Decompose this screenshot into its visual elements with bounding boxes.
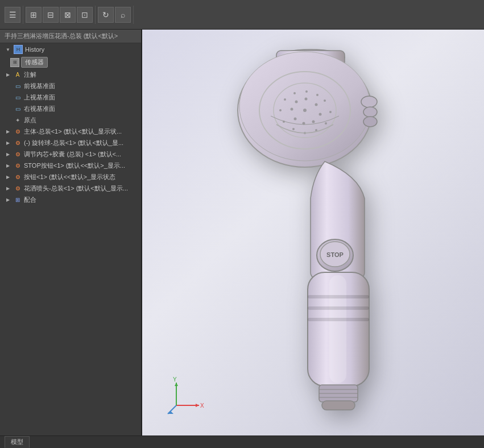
svg-point-18	[329, 111, 332, 113]
3d-viewport[interactable]: STOP X Y	[142, 30, 484, 435]
toolbar-group-view: ⊞ ⊟ ⊠ ⊡	[23, 6, 96, 24]
history-row[interactable]: ▼ H History	[0, 43, 141, 56]
shower-nozzle-arrow: ▶	[5, 185, 11, 192]
stop-btn-arrow: ▶	[5, 162, 11, 169]
svg-marker-46	[196, 404, 199, 407]
origin-spacer	[5, 117, 11, 123]
adjust-core-row[interactable]: ▶ ⚙ 调节内芯+胶囊 (总装) <1> (默认<...	[0, 148, 141, 160]
svg-point-15	[295, 101, 297, 103]
svg-point-11	[312, 121, 315, 123]
front-view-label: 前视基准面	[24, 82, 55, 90]
main-body-icon: ⚙	[13, 127, 22, 136]
bottom-bar: 模型	[0, 435, 484, 448]
mate-arrow: ▶	[5, 196, 11, 203]
adjust-core-icon: ⚙	[13, 150, 22, 159]
rotating-ball-label: (-) 旋转球-总装<1> (默认<默认_显...	[24, 139, 123, 147]
svg-point-14	[290, 108, 293, 111]
mate-icon: ⊞	[13, 195, 22, 204]
toolbar-btn-2[interactable]: ⊟	[43, 7, 59, 23]
sensor-chip[interactable]: 传感器	[21, 57, 48, 68]
menu-btn[interactable]: ☰	[5, 7, 20, 23]
top-view-spacer	[5, 94, 11, 101]
svg-point-31	[363, 117, 377, 127]
button-label: 按钮<1> (默认<<默认>_显示状态	[24, 173, 115, 181]
svg-rect-34	[308, 295, 369, 298]
sensor-row[interactable]: ⊞ 传感器	[0, 56, 141, 69]
annotations-icon: A	[13, 70, 22, 79]
rotating-ball-row[interactable]: ▶ ⚙ (-) 旋转球-总装<1> (默认<默认_显...	[0, 137, 141, 148]
origin-label: 原点	[24, 116, 36, 125]
sensor-icon: ⊞	[10, 58, 19, 67]
rotating-ball-icon: ⚙	[13, 138, 22, 147]
svg-point-29	[361, 96, 377, 107]
svg-marker-49	[175, 383, 178, 386]
front-view-icon: ▭	[13, 81, 22, 90]
toolbar-rotate-btn[interactable]: ↻	[98, 7, 114, 23]
main-body-arrow: ▶	[5, 128, 11, 135]
top-view-row[interactable]: ▭ 上视基准面	[0, 92, 141, 103]
right-view-icon: ▭	[13, 104, 22, 113]
svg-rect-33	[329, 275, 346, 383]
mate-label: 配合	[24, 196, 36, 204]
shower-nozzle-row[interactable]: ▶ ⚙ 花洒喷头-总装<1> (默认<默认_显示...	[0, 182, 141, 194]
main-body-label: 主体-总装<1> (默认<默认_显示状...	[24, 127, 122, 136]
shower-nozzle-label: 花洒喷头-总装<1> (默认<默认_显示...	[24, 184, 128, 193]
stop-btn-row[interactable]: ▶ ⚙ STOP按钮<1> (默认<<默认>_显示...	[0, 160, 141, 171]
front-view-row[interactable]: ▭ 前视基准面	[0, 80, 141, 92]
svg-point-20	[315, 129, 317, 131]
main-body-row[interactable]: ▶ ⚙ 主体-总装<1> (默认<默认_显示状...	[0, 126, 141, 137]
svg-text:X: X	[200, 403, 204, 409]
svg-point-27	[305, 90, 308, 93]
svg-point-8	[303, 109, 307, 112]
right-view-row[interactable]: ▭ 右视基准面	[0, 103, 141, 114]
toolbar-zoom-btn[interactable]: ⌕	[115, 7, 131, 23]
origin-icon: ✦	[13, 115, 22, 125]
svg-text:STOP: STOP	[326, 251, 344, 258]
svg-point-16	[304, 98, 307, 101]
toolbar: ☰ ⊞ ⊟ ⊠ ⊡ ↻ ⌕	[0, 0, 484, 30]
right-view-label: 右视基准面	[24, 105, 55, 113]
shower-model-container: STOP	[176, 41, 473, 401]
toolbar-group-file: ☰	[2, 6, 23, 24]
button-arrow: ▶	[5, 173, 11, 180]
history-icon: H	[14, 45, 23, 54]
shower-model-svg: STOP	[194, 30, 456, 414]
model-tab[interactable]: 模型	[5, 436, 30, 448]
svg-point-28	[316, 94, 318, 96]
svg-point-25	[284, 98, 286, 101]
svg-point-10	[318, 113, 321, 116]
mate-row[interactable]: ▶ ⊞ 配合	[0, 194, 141, 205]
history-arrow: ▼	[5, 46, 11, 53]
toolbar-btn-1[interactable]: ⊞	[26, 7, 42, 23]
toolbar-btn-3[interactable]: ⊠	[60, 7, 76, 23]
svg-text:Z: Z	[165, 416, 168, 417]
coordinate-axes: X Y Z	[165, 377, 205, 418]
top-view-label: 上视基准面	[24, 93, 55, 102]
svg-point-17	[324, 99, 326, 102]
svg-point-9	[315, 103, 317, 106]
annotations-label: 注解	[24, 70, 36, 79]
origin-row[interactable]: ✦ 原点	[0, 114, 141, 126]
left-panel: 手持三档淋浴增压花洒-总装 (默认<默认> ▼ H History ⊞ 传感器 …	[0, 30, 142, 435]
stop-btn-label: STOP按钮<1> (默认<<默认>_显示...	[24, 161, 125, 170]
svg-point-19	[325, 122, 327, 125]
button-icon: ⚙	[13, 172, 22, 181]
annotations-row[interactable]: ▶ A 注解	[0, 69, 141, 80]
svg-point-13	[293, 118, 296, 121]
svg-rect-35	[308, 306, 369, 310]
toolbar-group-tools: ↻ ⌕	[96, 6, 134, 24]
annotations-arrow: ▶	[5, 71, 11, 78]
toolbar-btn-4[interactable]: ⊡	[77, 7, 93, 23]
right-view-spacer	[5, 105, 11, 112]
stop-btn-icon: ⚙	[13, 161, 22, 170]
svg-rect-44	[322, 401, 355, 410]
svg-text:Y: Y	[173, 377, 177, 383]
svg-point-22	[292, 128, 295, 130]
svg-rect-36	[308, 318, 369, 321]
rotating-ball-arrow: ▶	[5, 139, 11, 146]
button-row[interactable]: ▶ ⚙ 按钮<1> (默认<<默认>_显示状态	[0, 171, 141, 182]
main-area: 手持三档淋浴增压花洒-总装 (默认<默认> ▼ H History ⊞ 传感器 …	[0, 30, 484, 435]
assembly-title: 手持三档淋浴增压花洒-总装 (默认<默认>	[0, 30, 141, 43]
history-label: History	[25, 46, 44, 53]
shower-nozzle-icon: ⚙	[13, 184, 22, 193]
